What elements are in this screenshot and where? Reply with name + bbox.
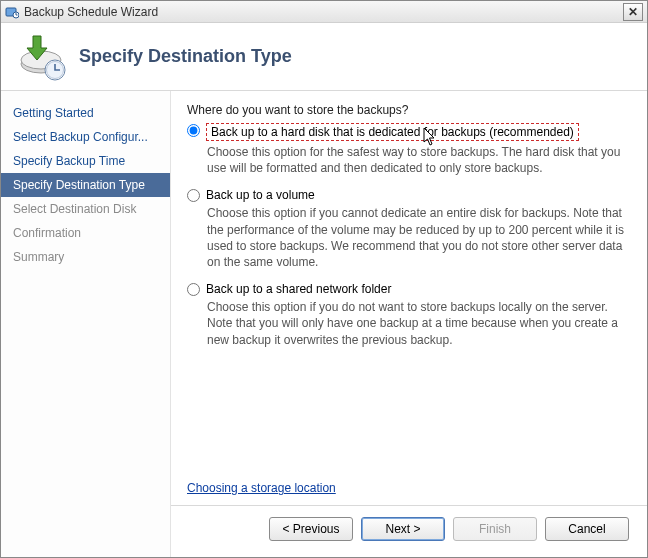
step-summary: Summary — [1, 245, 170, 269]
option-volume: Back up to a volume Choose this option i… — [187, 188, 625, 270]
content-pane: Where do you want to store the backups? … — [171, 91, 647, 557]
step-select-backup-config[interactable]: Select Backup Configur... — [1, 125, 170, 149]
wizard-window: Backup Schedule Wizard ✕ Specify Destina… — [0, 0, 648, 558]
option-volume-desc: Choose this option if you cannot dedicat… — [207, 205, 625, 270]
wizard-header: Specify Destination Type — [1, 23, 647, 91]
window-title: Backup Schedule Wizard — [24, 5, 623, 19]
header-icon — [15, 30, 69, 84]
option-network-folder-desc: Choose this option if you do not want to… — [207, 299, 625, 348]
option-dedicated-disk: Back up to a hard disk that is dedicated… — [187, 123, 625, 176]
option-network-folder-label[interactable]: Back up to a shared network folder — [206, 282, 391, 296]
wizard-body: Getting Started Select Backup Configur..… — [1, 91, 647, 557]
titlebar: Backup Schedule Wizard ✕ — [1, 1, 647, 23]
step-getting-started[interactable]: Getting Started — [1, 101, 170, 125]
radio-network-folder[interactable] — [187, 283, 200, 296]
radio-dedicated-disk[interactable] — [187, 124, 200, 137]
option-volume-label[interactable]: Back up to a volume — [206, 188, 315, 202]
step-sidebar: Getting Started Select Backup Configur..… — [1, 91, 171, 557]
question-text: Where do you want to store the backups? — [187, 103, 625, 117]
cancel-button[interactable]: Cancel — [545, 517, 629, 541]
option-network-folder: Back up to a shared network folder Choos… — [187, 282, 625, 348]
close-icon: ✕ — [628, 5, 638, 19]
step-specify-destination-type[interactable]: Specify Destination Type — [1, 173, 170, 197]
radio-volume[interactable] — [187, 189, 200, 202]
help-link-storage-location[interactable]: Choosing a storage location — [187, 481, 625, 495]
wizard-footer: < Previous Next > Finish Cancel — [171, 505, 647, 551]
step-specify-backup-time[interactable]: Specify Backup Time — [1, 149, 170, 173]
close-button[interactable]: ✕ — [623, 3, 643, 21]
option-dedicated-disk-desc: Choose this option for the safest way to… — [207, 144, 625, 176]
finish-button: Finish — [453, 517, 537, 541]
option-dedicated-disk-label[interactable]: Back up to a hard disk that is dedicated… — [206, 123, 579, 141]
step-confirmation: Confirmation — [1, 221, 170, 245]
page-title: Specify Destination Type — [79, 46, 292, 67]
app-icon — [5, 5, 19, 19]
previous-button[interactable]: < Previous — [269, 517, 353, 541]
next-button[interactable]: Next > — [361, 517, 445, 541]
step-select-destination-disk: Select Destination Disk — [1, 197, 170, 221]
